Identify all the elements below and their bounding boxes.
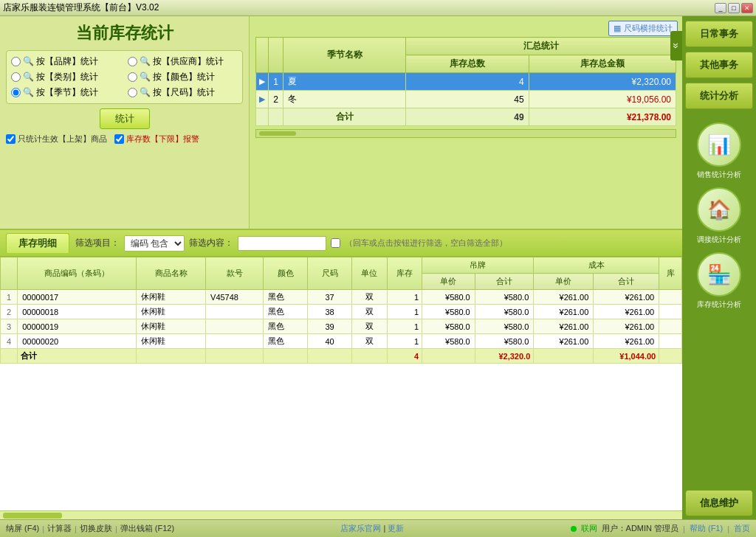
status-f4[interactable]: 纳屏 (F4) [6,523,39,534]
th-cost-total: 合计 [594,274,659,290]
th-unit: 单位 [351,257,387,290]
stat-button[interactable]: 统计 [100,108,150,129]
status-help[interactable]: 帮助 (F1) [690,523,723,534]
radio-size-label: 🔍 按【尺码】统计 [140,86,215,99]
th-extra: 库 [659,257,682,290]
th-stock: 库存 [387,257,422,290]
detail-total-tag: ¥2,320.0 [475,349,534,364]
radio-color-label: 🔍 按【颜色】统计 [140,71,215,83]
maximize-btn[interactable]: □ [728,3,740,13]
close-btn[interactable]: ✕ [741,3,753,13]
separator3: | [115,524,117,533]
nav-btn-daily[interactable]: 日常事务 [685,21,753,47]
radio-category-label: 🔍 按【类别】统计 [23,71,98,83]
info-btn[interactable]: 信息维护 [685,490,753,516]
status-home[interactable]: 首页 [734,523,750,534]
th-tag: 吊牌 [422,257,534,274]
filter-panel: 当前库存统计 🔍 按【品牌】统计 🔍 按【供应商】统计 🔍 按【类别】统计 [0,16,250,229]
th-style: 款号 [206,257,264,290]
radio-category[interactable]: 🔍 按【类别】统计 [11,71,122,83]
detail-table-wrapper[interactable]: 商品编码（条码） 商品名称 款号 颜色 尺码 单位 库存 吊牌 成本 库 [0,257,682,510]
online-dot [571,526,577,532]
radio-size[interactable]: 🔍 按【尺码】统计 [128,86,238,99]
radio-supplier-input[interactable] [128,57,137,66]
checkbox-active[interactable]: 只统计生效【上架】商品 [6,134,107,145]
separator2: | [75,524,77,533]
detail-table: 商品编码（条码） 商品名称 款号 颜色 尺码 单位 库存 吊牌 成本 库 [0,257,682,364]
status-website[interactable]: 店家乐官网 [340,524,381,533]
grid-icon: ▦ [614,24,621,33]
status-user: 用户：ADMIN 管理员 [602,523,679,534]
radio-color-input[interactable] [128,72,137,82]
table-row[interactable]: 1 00000017 休闲鞋 V45748 黑色 37 双 1 ¥580.0 ¥… [1,290,682,305]
radio-brand-label: 🔍 按【品牌】统计 [23,55,98,68]
separator1: | [42,524,44,533]
nav-icon-transfer[interactable]: 🏠 调接统计分析 [697,187,741,245]
th-size: 尺码 [308,257,352,290]
filter-content-label: 筛选内容： [189,237,233,249]
season-row[interactable]: ▶ 1 夏 4 ¥2,320.00 [256,73,676,91]
hscroll-bar[interactable] [0,510,682,519]
nav-btn-stats[interactable]: 统计分析 [685,83,753,109]
statusbar: 纳屏 (F4) | 计算器 | 切换皮肤 | 弹出钱箱 (F12) 店家乐官网 … [0,519,756,537]
radio-brand-input[interactable] [11,57,21,66]
nav-icon-inventory[interactable]: 🏪 库存统计分析 [697,252,741,310]
th-color: 颜色 [264,257,308,290]
status-update[interactable]: 更新 [388,524,404,533]
scroll-hint [255,129,676,138]
th-cost-price: 单价 [534,274,594,290]
radio-category-input[interactable] [11,72,21,82]
nav-btn-other[interactable]: 其他事务 [685,52,753,78]
th-tag-total: 合计 [475,274,534,290]
radio-brand[interactable]: 🔍 按【品牌】统计 [11,55,122,68]
active-label: 只统计生效【上架】商品 [18,134,107,145]
radio-panel: 🔍 按【品牌】统计 🔍 按【供应商】统计 🔍 按【类别】统计 🔍 按【颜色】统计 [6,50,243,104]
th-code: 商品编码（条码） [18,257,137,290]
radio-season-input[interactable] [11,88,21,97]
th-num [1,257,18,290]
warn-checkbox[interactable] [114,134,124,144]
active-checkbox[interactable] [6,134,16,144]
filter-input[interactable] [238,236,326,251]
th-tag-price: 单价 [422,274,475,290]
top-area: 当前库存统计 🔍 按【品牌】统计 🔍 按【供应商】统计 🔍 按【类别】统计 [0,16,682,230]
titlebar: 店家乐服装连锁管理系统【前台】V3.02 _ □ ✕ [0,0,756,16]
nav-icon-sales[interactable]: 📊 销售统计分析 [697,122,741,180]
total-amount: ¥21,378.00 [529,108,676,126]
grid-label: 尺码横排统计 [624,23,673,34]
radio-season[interactable]: 🔍 按【季节】统计 [11,86,122,99]
status-calc[interactable]: 计算器 [47,523,72,534]
table-row[interactable]: 2 00000018 休闲鞋 黑色 38 双 1 ¥580.0 ¥580.0 ¥… [1,305,682,319]
detail-section: 库存明细 筛选项目： 编码 包含 名称 包含 颜色 等于 筛选内容： （回车或点… [0,230,682,519]
minimize-btn[interactable]: _ [715,3,726,13]
season-stats-panel: ▦ 尺码横排统计 季节名称 汇总统计 库存总数 库存总金额 [250,16,682,229]
filter-select[interactable]: 编码 包含 名称 包含 颜色 等于 [124,235,185,252]
season-table: 季节名称 汇总统计 库存总数 库存总金额 ▶ 1 夏 4 ¥2,320.00 ▶ [255,37,676,126]
radio-season-label: 🔍 按【季节】统计 [23,86,98,99]
warn-label: 库存数【下限】报警 [126,134,199,145]
grid-btn[interactable]: ▦ 尺码横排统计 [608,21,678,36]
status-cash[interactable]: 弹出钱箱 (F12) [120,523,174,534]
page-title: 当前库存统计 [76,24,173,42]
table-row[interactable]: 3 00000019 休闲鞋 黑色 39 双 1 ¥580.0 ¥580.0 ¥… [1,319,682,334]
th-cost: 成本 [534,257,659,274]
checkbox-warn[interactable]: 库存数【下限】报警 [114,134,199,145]
status-skin[interactable]: 切换皮肤 [80,523,112,534]
nav-arrow[interactable]: » [670,31,682,60]
radio-color[interactable]: 🔍 按【颜色】统计 [128,71,238,83]
table-row[interactable]: 4 00000020 休闲鞋 黑色 40 双 1 ¥580.0 ¥580.0 ¥… [1,334,682,349]
separator6: | [727,524,729,533]
col-season-name: 季节名称 [284,38,406,73]
window-controls: _ □ ✕ [715,3,753,13]
radio-size-input[interactable] [128,88,137,97]
radio-supplier[interactable]: 🔍 按【供应商】统计 [128,55,238,68]
filter-checkbox[interactable] [331,238,340,248]
total-count: 49 [406,108,529,126]
detail-total-label: 合计 [18,349,137,364]
right-nav: » 日常事务 其他事务 统计分析 📊 销售统计分析 🏠 调接统计分析 🏪 库存统… [682,16,756,519]
col-group: 汇总统计 [406,38,676,55]
season-row[interactable]: ▶ 2 冬 45 ¥19,056.00 [256,91,676,108]
separator5: | [683,524,685,533]
detail-total-cost: ¥1,044.00 [594,349,659,364]
detail-tab[interactable]: 库存明细 [6,233,69,253]
